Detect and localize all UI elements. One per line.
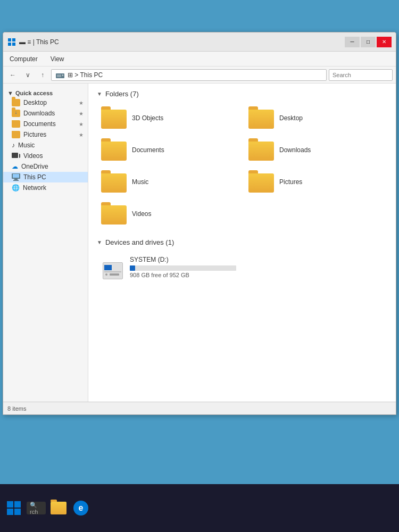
3dobjects-folder-icon [101,107,127,129]
sidebar-item-desktop[interactable]: Desktop ★ [3,97,88,108]
status-bar: 8 items [3,402,396,414]
downloads-folder-icon [12,110,20,117]
sidebar-item-pictures[interactable]: Pictures ★ [3,129,88,140]
documents-folder-icon [101,139,127,161]
drive-item-system-d[interactable]: SYSTEM (D:) 908 GB free of 952 GB [97,253,387,282]
sidebar-network-label: Network [23,184,46,192]
folder-item-videos[interactable]: Videos [97,200,240,228]
window-controls: ─ □ ✕ [345,37,392,47]
taskbar-folder-icon [51,502,66,514]
music-folder-icon [101,171,127,193]
items-count: 8 items [7,405,26,412]
svg-rect-14 [104,265,112,270]
folder-desktop-label: Desktop [279,114,303,122]
taskbar-start-button[interactable] [4,498,23,518]
svg-rect-5 [57,74,61,77]
videos-icon [12,152,20,160]
drive-name: SYSTEM (D:) [130,256,383,263]
sidebar-item-videos[interactable]: Videos [3,151,88,161]
svg-rect-7 [12,153,18,158]
window-icon [7,38,16,46]
back-button[interactable]: ← [6,69,19,81]
pin-icon: ★ [79,100,84,106]
up-button[interactable]: ↑ [36,69,49,81]
folders-section-header[interactable]: ▼ Folders (7) [97,90,387,98]
chevron-down-icon: ▼ [7,90,13,96]
sidebar-item-music[interactable]: ♪ Music [3,140,88,151]
pictures-folder-icon [12,131,20,138]
svg-rect-18 [7,501,13,508]
folder-item-pictures[interactable]: Pictures [244,168,387,196]
drive-bar [130,265,135,271]
sidebar: ▼ Quick access Desktop ★ Downloads ★ Doc… [3,84,88,402]
pin-icon: ★ [79,121,84,127]
svg-rect-0 [8,38,11,41]
taskbar-folder-button[interactable] [49,498,68,518]
address-bar: ← ∨ ↑ ⊞ > This PC [3,66,396,84]
documents-folder-icon [12,120,20,128]
taskbar-search-text: 🔍 rch [30,502,43,515]
desktop-folder-icon [12,99,20,106]
sidebar-item-thispc[interactable]: This PC [3,172,88,182]
taskbar: 🔍 rch e [0,484,399,532]
sidebar-item-network[interactable]: 🌐 Network [3,182,88,193]
svg-rect-6 [62,74,63,76]
folder-documents-label: Documents [132,146,164,154]
folder-videos-label: Videos [132,210,151,218]
sidebar-music-label: Music [18,142,35,149]
minimize-button[interactable]: ─ [345,37,360,47]
taskbar-edge-button[interactable]: e [71,498,90,518]
folder-item-downloads[interactable]: Downloads [244,136,387,164]
devices-section-label: Devices and drives (1) [105,238,174,246]
videos-folder-icon [101,203,127,225]
svg-rect-3 [12,43,15,46]
folder-item-3dobjects[interactable]: 3D Objects [97,104,240,132]
devices-section: ▼ Devices and drives (1) [97,238,387,282]
drive-icon [101,256,124,279]
taskbar-search[interactable]: 🔍 rch [27,498,46,518]
sidebar-onedrive-label: OneDrive [21,163,48,170]
sidebar-item-onedrive[interactable]: ☁ OneDrive [3,161,88,172]
address-path[interactable]: ⊞ > This PC [51,69,327,81]
svg-rect-21 [14,509,21,515]
folder-pictures-label: Pictures [279,178,302,186]
drive-bar-container [130,265,236,271]
desktop-folder-icon [248,107,274,129]
devices-section-header[interactable]: ▼ Devices and drives (1) [97,238,387,246]
quick-access-label: Quick access [15,90,53,96]
svg-rect-16 [105,273,107,276]
pin-icon: ★ [79,132,84,138]
sidebar-pictures-label: Pictures [23,131,46,138]
quick-access-header[interactable]: ▼ Quick access [3,88,88,97]
menu-computer[interactable]: Computer [7,54,40,64]
downloads-folder-icon [248,139,274,161]
pictures-folder-icon [248,171,274,193]
window-title: ▬ ≡ | This PC [19,38,345,46]
maximize-button[interactable]: □ [361,37,376,47]
folders-grid: 3D Objects Desktop Documents [97,104,387,228]
folder-3dobjects-label: 3D Objects [132,114,163,122]
drive-info: SYSTEM (D:) 908 GB free of 952 GB [130,256,383,278]
thispc-icon [12,173,20,181]
folder-downloads-label: Downloads [279,146,311,154]
network-icon: 🌐 [12,184,20,192]
forward-button[interactable]: ∨ [21,69,34,81]
svg-rect-19 [14,501,21,508]
pin-icon: ★ [79,111,84,117]
search-input[interactable] [329,69,393,81]
address-path-text: ⊞ > This PC [68,71,103,79]
chevron-icon: ▼ [97,91,102,97]
close-button[interactable]: ✕ [377,37,392,47]
windows-logo-icon [6,501,21,516]
svg-marker-8 [19,154,20,158]
sidebar-videos-label: Videos [23,152,43,160]
sidebar-item-downloads[interactable]: Downloads ★ [3,108,88,119]
folder-item-documents[interactable]: Documents [97,136,240,164]
svg-rect-2 [8,43,11,46]
menu-view[interactable]: View [48,54,66,64]
svg-rect-20 [7,509,13,515]
folder-item-music[interactable]: Music [97,168,240,196]
folder-item-desktop[interactable]: Desktop [244,104,387,132]
folder-music-label: Music [132,178,148,186]
sidebar-item-documents[interactable]: Documents ★ [3,119,88,129]
